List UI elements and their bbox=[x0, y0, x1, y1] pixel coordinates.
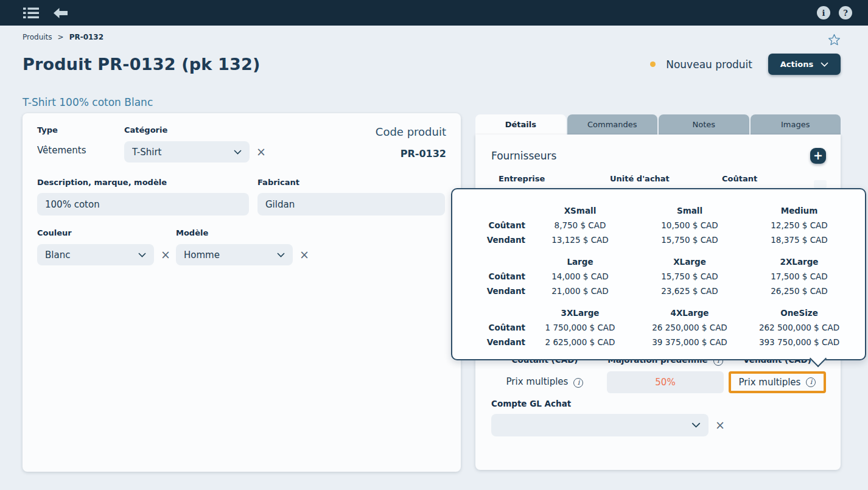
popup-sell-value: 2 625,000 $ CAD bbox=[525, 335, 635, 349]
popup-size-header: Large bbox=[525, 254, 635, 269]
popup-cost-value: 8,750 $ CAD bbox=[525, 218, 635, 233]
add-supplier-button[interactable]: + bbox=[810, 148, 826, 164]
manufacturer-label: Fabricant bbox=[257, 178, 445, 187]
popup-sell-label: Vendant bbox=[452, 335, 525, 349]
help-icon[interactable]: ? bbox=[839, 6, 852, 19]
back-arrow-icon[interactable] bbox=[54, 8, 68, 18]
type-value: Vêtements bbox=[37, 145, 124, 156]
category-select[interactable]: T-Shirt bbox=[124, 141, 250, 163]
popup-empty-cell bbox=[452, 254, 525, 269]
color-select[interactable]: Blanc bbox=[37, 244, 154, 265]
product-page: i ? Produits > PR-0132 Produit PR-0132 (… bbox=[0, 0, 868, 490]
chevron-down-icon bbox=[691, 422, 701, 428]
popup-size-group-2: Large XLarge 2XLarge Coûtant 14,000 $ CA… bbox=[452, 254, 865, 298]
actions-button-label: Actions bbox=[780, 60, 813, 69]
popup-cost-value: 10,500 $ CAD bbox=[635, 218, 744, 233]
chevron-down-icon bbox=[234, 150, 242, 155]
info-icon[interactable]: i bbox=[817, 6, 830, 19]
column-unite-achat: Unité d'achat bbox=[610, 174, 722, 183]
breadcrumb-current: PR-0132 bbox=[69, 33, 103, 41]
breadcrumb: Produits > PR-0132 bbox=[23, 33, 103, 41]
popup-size-header: Small bbox=[635, 203, 744, 218]
popup-cost-value: 12,250 $ CAD bbox=[744, 218, 854, 233]
form-row-3: Couleur Blanc × Modèle bbox=[37, 228, 446, 265]
actions-button[interactable]: Actions bbox=[768, 54, 841, 75]
field-color: Couleur Blanc × bbox=[37, 228, 176, 265]
suppliers-header: Fournisseurs + bbox=[475, 135, 841, 164]
tab-notes[interactable]: Notes bbox=[659, 114, 749, 135]
model-select[interactable]: Homme bbox=[176, 244, 293, 265]
title-row: Produit PR-0132 (pk 132) Nouveau produit… bbox=[23, 54, 841, 75]
popup-size-header: Medium bbox=[744, 203, 854, 218]
popup-empty-cell bbox=[452, 203, 525, 218]
model-clear-icon[interactable]: × bbox=[299, 249, 309, 261]
popup-sell-value: 18,375 $ CAD bbox=[744, 233, 854, 247]
status-group: Nouveau produit bbox=[650, 58, 752, 71]
popup-size-header: OneSize bbox=[744, 306, 854, 320]
product-code-label: Code produit bbox=[376, 125, 446, 138]
popup-cost-label: Coûtant bbox=[452, 269, 525, 284]
column-entreprise: Entreprise bbox=[499, 174, 610, 183]
gl-account-label: Compte GL Achat bbox=[491, 399, 725, 408]
popup-sell-label: Vendant bbox=[452, 233, 525, 247]
sell-info-icon[interactable]: i bbox=[806, 377, 816, 387]
suppliers-title: Fournisseurs bbox=[491, 150, 556, 162]
price-multiples-popup: XSmall Small Medium Coûtant 8,750 $ CAD … bbox=[451, 188, 866, 360]
gl-account-select[interactable] bbox=[491, 414, 709, 436]
popup-size-header: XSmall bbox=[525, 203, 635, 218]
popup-cost-value: 26 250,000 $ CAD bbox=[635, 320, 744, 335]
tab-images[interactable]: Images bbox=[751, 114, 841, 135]
type-label: Type bbox=[37, 125, 124, 135]
field-description: Description, marque, modèle bbox=[37, 178, 249, 215]
popup-size-group-3: 3XLarge 4XLarge OneSize Coûtant 1 750,00… bbox=[452, 306, 865, 349]
breadcrumb-produits[interactable]: Produits bbox=[23, 33, 52, 41]
status-label: Nouveau produit bbox=[666, 58, 752, 71]
field-manufacturer: Fabricant bbox=[257, 178, 445, 215]
popup-size-header: XLarge bbox=[635, 254, 744, 269]
breadcrumb-row: Produits > PR-0132 bbox=[23, 33, 841, 47]
description-label: Description, marque, modèle bbox=[37, 178, 249, 187]
markup-value-box[interactable]: 50% bbox=[607, 371, 724, 393]
topbar: i ? bbox=[0, 0, 868, 26]
popup-cost-value: 1 750,000 $ CAD bbox=[525, 320, 635, 335]
gl-account-section: Compte GL Achat × bbox=[491, 399, 725, 436]
field-type: Type Vêtements bbox=[37, 125, 124, 163]
status-dot bbox=[650, 61, 656, 67]
column-coutant: Coûtant bbox=[722, 174, 757, 183]
popup-empty-cell bbox=[452, 306, 525, 320]
chevron-down-icon bbox=[821, 62, 828, 67]
favorite-star-icon[interactable] bbox=[827, 33, 841, 47]
popup-cost-value: 14,000 $ CAD bbox=[525, 269, 635, 284]
page-title: Produit PR-0132 (pk 132) bbox=[23, 55, 261, 74]
popup-sell-value: 393 750,000 $ CAD bbox=[744, 335, 854, 349]
form-row-2: Description, marque, modèle Fabricant bbox=[37, 178, 446, 215]
product-code-block: Code produit PR-0132 bbox=[376, 125, 446, 163]
pricing-values: Prix multiplesi 50% Prix multiplesi bbox=[475, 371, 841, 393]
popup-size-header: 3XLarge bbox=[525, 306, 635, 320]
popup-size-group-1: XSmall Small Medium Coûtant 8,750 $ CAD … bbox=[452, 203, 865, 247]
tab-commandes[interactable]: Commandes bbox=[567, 114, 658, 135]
category-clear-icon[interactable]: × bbox=[256, 146, 266, 158]
color-select-value: Blanc bbox=[45, 250, 133, 261]
color-label: Couleur bbox=[37, 228, 176, 237]
menu-list-icon[interactable] bbox=[23, 7, 39, 19]
tab-details[interactable]: Détails bbox=[475, 114, 566, 135]
popup-size-header: 4XLarge bbox=[635, 306, 744, 320]
cost-info-icon[interactable]: i bbox=[573, 378, 583, 388]
category-select-value: T-Shirt bbox=[132, 147, 229, 158]
pricing-section: Coûtant (CAD) Majoration prédéfiniei Ven… bbox=[475, 355, 841, 393]
popup-sell-value: 23,625 $ CAD bbox=[635, 284, 744, 298]
color-clear-icon[interactable]: × bbox=[161, 249, 170, 261]
sell-value-highlighted[interactable]: Prix multiplesi bbox=[729, 371, 827, 393]
suppliers-table-headers: Entreprise Unité d'achat Coûtant bbox=[475, 174, 841, 183]
popup-sell-value: 21,000 $ CAD bbox=[525, 284, 635, 298]
product-form-card: Type Vêtements Catégorie T-Shirt × bbox=[23, 113, 461, 472]
details-tabs: Détails Commandes Notes Images bbox=[475, 114, 841, 135]
description-input[interactable] bbox=[37, 193, 249, 215]
manufacturer-input[interactable] bbox=[257, 193, 445, 215]
chevron-down-icon bbox=[138, 253, 146, 257]
gl-account-clear-icon[interactable]: × bbox=[715, 419, 725, 431]
popup-sell-value: 13,125 $ CAD bbox=[525, 233, 635, 247]
product-code-value: PR-0132 bbox=[376, 148, 446, 159]
field-model: Modèle Homme × bbox=[176, 228, 309, 265]
